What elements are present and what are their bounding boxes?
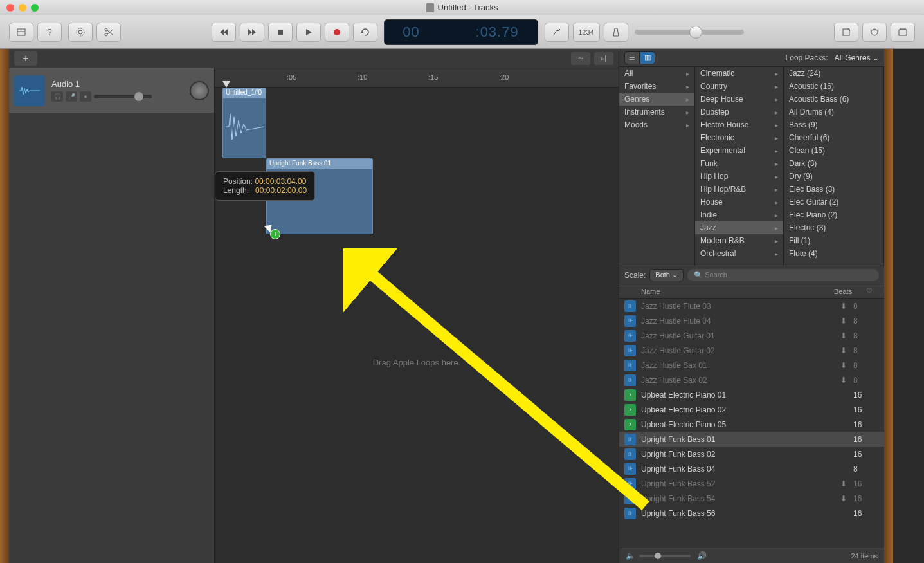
maximize-window-button[interactable] <box>31 4 39 12</box>
download-icon[interactable]: ⬇ <box>840 317 853 326</box>
loop-row[interactable]: ⊪Jazz Hustle Flute 04⬇8 <box>619 313 884 328</box>
metronome-button[interactable] <box>604 23 628 42</box>
category-item[interactable]: Genres▸ <box>619 93 694 106</box>
settings-icon-button[interactable] <box>68 23 93 42</box>
close-window-button[interactable] <box>6 4 14 12</box>
playhead-marker[interactable] <box>222 81 230 88</box>
category-item[interactable]: All▸ <box>619 67 694 80</box>
loop-row[interactable]: ⊪Jazz Hustle Sax 02⬇8 <box>619 373 884 387</box>
loop-row[interactable]: ⊪Upright Funk Bass 52⬇16 <box>619 476 884 491</box>
category-item[interactable]: Dark (3) <box>784 157 883 170</box>
category-item[interactable]: Electro House▸ <box>695 118 783 131</box>
category-item[interactable]: Modern R&B▸ <box>695 234 783 247</box>
master-volume-slider[interactable] <box>635 30 744 35</box>
loop-list[interactable]: ⊪Jazz Hustle Flute 03⬇8⊪Jazz Hustle Flut… <box>619 299 884 548</box>
download-icon[interactable]: ⬇ <box>840 479 853 488</box>
category-item[interactable]: Jazz (24) <box>784 67 883 80</box>
category-item[interactable]: Jazz▸ <box>695 221 783 234</box>
loop-row[interactable]: ♪Upbeat Electric Piano 0516 <box>619 417 884 432</box>
scale-selector[interactable]: Both ⌄ <box>649 269 684 281</box>
catch-button[interactable]: ▹| <box>594 52 613 65</box>
download-icon[interactable]: ⬇ <box>840 361 853 370</box>
category-item[interactable]: Dry (9) <box>784 170 883 183</box>
forward-button[interactable] <box>240 23 264 42</box>
play-button[interactable] <box>296 23 321 42</box>
category-item[interactable]: Clean (15) <box>784 144 883 157</box>
category-item[interactable]: Bass (9) <box>784 118 883 131</box>
timeline-area[interactable]: :05 :10 :15 :20 Untitled_1#0 Upright Fun… <box>215 68 619 563</box>
automation-button[interactable]: ⤳ <box>571 52 590 65</box>
category-item[interactable]: Moods▸ <box>619 118 694 131</box>
category-item[interactable]: Funk▸ <box>695 157 783 170</box>
download-icon[interactable]: ⬇ <box>840 494 853 503</box>
column-name-header[interactable]: Name <box>624 288 834 295</box>
category-item[interactable]: Acoustic (16) <box>784 80 883 93</box>
audio-region[interactable]: Untitled_1#0 <box>222 88 266 158</box>
category-item[interactable]: Country▸ <box>695 80 783 93</box>
category-item[interactable]: Indie▸ <box>695 208 783 221</box>
time-display[interactable]: 00 00:03:03.79 <box>384 19 538 45</box>
preview-volume-slider[interactable] <box>639 555 691 557</box>
category-item[interactable]: Hip Hop/R&B▸ <box>695 183 783 196</box>
loop-row[interactable]: ♪Upbeat Electric Piano 0216 <box>619 402 884 417</box>
search-input[interactable]: 🔍 Search <box>687 269 879 281</box>
category-item[interactable]: Instruments▸ <box>619 106 694 118</box>
category-item[interactable]: Cinematic▸ <box>695 67 783 80</box>
category-item[interactable]: Elec Guitar (2) <box>784 196 883 208</box>
help-button[interactable]: ? <box>37 23 62 42</box>
category-item[interactable]: Fill (1) <box>784 234 883 247</box>
loop-browser-button[interactable] <box>862 23 887 42</box>
scissors-button[interactable] <box>96 23 121 42</box>
download-icon[interactable]: ⬇ <box>840 302 853 311</box>
category-item[interactable]: Electronic▸ <box>695 131 783 144</box>
category-item[interactable]: Electric (3) <box>784 221 883 234</box>
category-column-1[interactable]: All▸Favorites▸Genres▸Instruments▸Moods▸ <box>619 67 695 266</box>
loop-row[interactable]: ⊪Upright Funk Bass 54⬇16 <box>619 491 884 506</box>
category-item[interactable]: Elec Piano (2) <box>784 208 883 221</box>
mute-button[interactable]: 🎧 <box>51 91 63 102</box>
input-monitor-button[interactable]: 🎤 <box>66 91 77 102</box>
loop-row[interactable]: ⊪Jazz Hustle Guitar 02⬇8 <box>619 343 884 358</box>
tuner-button[interactable] <box>545 23 569 42</box>
library-button[interactable] <box>9 23 33 42</box>
rewind-button[interactable] <box>212 23 236 42</box>
download-icon[interactable]: ⬇ <box>840 346 853 355</box>
browser-view-list-button[interactable]: ☰ <box>624 51 640 64</box>
minimize-window-button[interactable] <box>19 4 26 12</box>
notepad-button[interactable] <box>834 23 858 42</box>
category-item[interactable]: Hip Hop▸ <box>695 170 783 183</box>
category-item[interactable]: Deep House▸ <box>695 93 783 106</box>
loop-row[interactable]: ⊪Jazz Hustle Guitar 01⬇8 <box>619 328 884 343</box>
download-icon[interactable]: ⬇ <box>840 331 853 340</box>
category-item[interactable]: Experimental▸ <box>695 144 783 157</box>
track-volume-slider[interactable] <box>94 95 152 98</box>
category-column-2[interactable]: Cinematic▸Country▸Deep House▸Dubstep▸Ele… <box>695 67 784 266</box>
cycle-button[interactable] <box>353 23 377 42</box>
loop-row[interactable]: ⊪Upright Funk Bass 048 <box>619 461 884 476</box>
category-item[interactable]: House▸ <box>695 196 783 208</box>
record-button[interactable] <box>325 23 349 42</box>
column-favorite-header[interactable]: ♡ <box>866 287 879 295</box>
track-row[interactable]: Audio 1 🎧 🎤 ● <box>9 68 214 113</box>
loop-row[interactable]: ⊪Upright Funk Bass 0216 <box>619 447 884 461</box>
category-item[interactable]: Acoustic Bass (6) <box>784 93 883 106</box>
category-item[interactable]: Orchestral▸ <box>695 247 783 260</box>
category-item[interactable]: Favorites▸ <box>619 80 694 93</box>
pan-knob[interactable] <box>190 81 209 100</box>
loop-row[interactable]: ⊪Upright Funk Bass 5616 <box>619 506 884 521</box>
category-column-3[interactable]: Jazz (24)Acoustic (16)Acoustic Bass (6)A… <box>784 67 884 266</box>
browser-view-column-button[interactable]: ▥ <box>640 51 655 64</box>
loop-row[interactable]: ⊪Upright Funk Bass 0116 <box>619 432 884 447</box>
column-beats-header[interactable]: Beats <box>834 288 866 295</box>
add-track-button[interactable]: + <box>14 51 37 66</box>
category-item[interactable]: Elec Bass (3) <box>784 183 883 196</box>
count-in-button[interactable]: 1234 <box>573 23 600 42</box>
category-item[interactable]: All Drums (4) <box>784 106 883 118</box>
loop-packs-selector[interactable]: All Genres ⌄ <box>835 53 879 62</box>
media-browser-button[interactable] <box>891 23 915 42</box>
category-item[interactable]: Flute (4) <box>784 247 883 260</box>
category-item[interactable]: Cheerful (6) <box>784 131 883 144</box>
loop-row[interactable]: ⊪Jazz Hustle Flute 03⬇8 <box>619 299 884 313</box>
category-item[interactable]: Dubstep▸ <box>695 106 783 118</box>
loop-row[interactable]: ♪Upbeat Electric Piano 0116 <box>619 387 884 402</box>
